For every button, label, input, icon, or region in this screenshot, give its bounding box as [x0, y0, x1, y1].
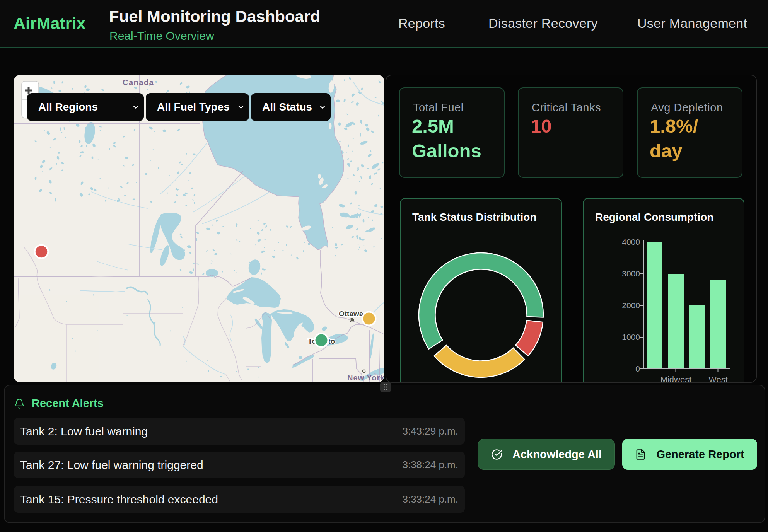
svg-text:Canada: Canada [123, 78, 154, 87]
svg-text:West: West [708, 375, 728, 383]
svg-text:2000: 2000 [622, 301, 640, 310]
svg-text:Ottawa: Ottawa [339, 310, 364, 318]
svg-text:3000: 3000 [622, 269, 640, 278]
svg-text:4000: 4000 [622, 237, 640, 246]
svg-text:New York: New York [347, 373, 384, 382]
svg-text:1000: 1000 [622, 332, 640, 341]
svg-text:0: 0 [635, 364, 640, 373]
svg-text:Midwest: Midwest [660, 375, 692, 383]
